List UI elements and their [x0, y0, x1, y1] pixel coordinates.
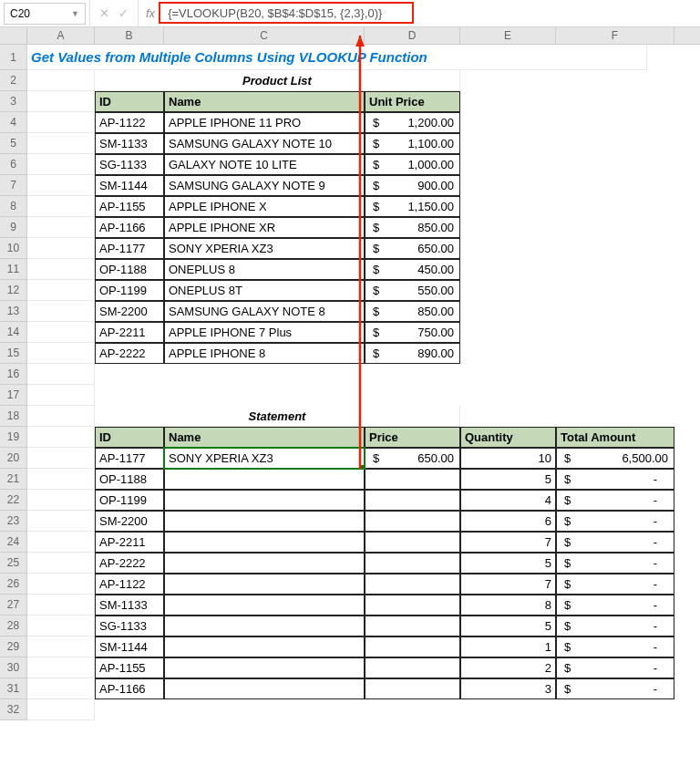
col-header-e[interactable]: E: [460, 27, 556, 44]
cell[interactable]: [27, 322, 95, 343]
cell-price[interactable]: [365, 469, 460, 490]
cell-qty[interactable]: 4: [460, 490, 556, 511]
cell-total[interactable]: $-: [556, 469, 674, 490]
cell[interactable]: [27, 91, 95, 112]
cell-price[interactable]: $1,100.00: [365, 133, 460, 154]
cell[interactable]: [27, 196, 95, 217]
cell[interactable]: [27, 469, 95, 490]
row-header[interactable]: 22: [0, 490, 27, 511]
cell-qty[interactable]: 5: [460, 469, 556, 490]
cell-name[interactable]: [164, 469, 365, 490]
cell-price[interactable]: $850.00: [365, 217, 460, 238]
col-header-d[interactable]: D: [365, 27, 460, 44]
row-header[interactable]: 12: [0, 280, 27, 301]
cell[interactable]: [27, 133, 95, 154]
cell-qty[interactable]: 2: [460, 657, 556, 678]
cell[interactable]: [27, 532, 95, 553]
cell-id[interactable]: AP-1177: [95, 448, 164, 469]
cell-id[interactable]: AP-1166: [95, 217, 164, 238]
cell-total[interactable]: $-: [556, 657, 674, 678]
row-header[interactable]: 29: [0, 636, 27, 657]
row-header[interactable]: 20: [0, 448, 27, 469]
cell[interactable]: [27, 385, 95, 406]
cell-id[interactable]: OP-1188: [95, 259, 164, 280]
cell-name[interactable]: ONEPLUS 8T: [164, 280, 365, 301]
cell-id[interactable]: AP-2211: [95, 532, 164, 553]
col-header-b[interactable]: B: [95, 27, 164, 44]
header-name[interactable]: Name: [164, 427, 365, 448]
cell[interactable]: [27, 112, 95, 133]
cell-price[interactable]: [365, 636, 460, 657]
cell[interactable]: [27, 595, 95, 616]
cell-id[interactable]: AP-2222: [95, 553, 164, 574]
row-header[interactable]: 19: [0, 427, 27, 448]
cell-price[interactable]: [365, 678, 460, 699]
cell-id[interactable]: AP-1155: [95, 196, 164, 217]
cell-price[interactable]: [365, 553, 460, 574]
sheet-body[interactable]: Get Values from Multiple Columns Using V…: [27, 45, 674, 720]
header-qty[interactable]: Quantity: [460, 427, 556, 448]
cell-price[interactable]: [365, 511, 460, 532]
cell-price[interactable]: $650.00: [365, 238, 460, 259]
cell-price[interactable]: $1,150.00: [365, 196, 460, 217]
col-header-f[interactable]: F: [556, 27, 674, 44]
cell-name[interactable]: SONY XPERIA XZ3: [164, 238, 365, 259]
cell[interactable]: [27, 301, 95, 322]
header-price[interactable]: Unit Price: [365, 91, 460, 112]
cell-name[interactable]: [164, 657, 365, 678]
row-header[interactable]: 4: [0, 112, 27, 133]
cell-total[interactable]: $-: [556, 574, 674, 595]
fill-handle[interactable]: [361, 465, 365, 469]
cell-price[interactable]: [365, 616, 460, 636]
cell-qty[interactable]: 1: [460, 636, 556, 657]
enter-icon[interactable]: ✓: [118, 6, 129, 20]
col-header-a[interactable]: A: [27, 27, 95, 44]
cell-total[interactable]: $6,500.00: [556, 448, 674, 469]
cell-total[interactable]: $-: [556, 595, 674, 616]
cell-price[interactable]: $450.00: [365, 259, 460, 280]
cell[interactable]: [27, 511, 95, 532]
cell[interactable]: [27, 553, 95, 574]
header-name[interactable]: Name: [164, 91, 365, 112]
cell[interactable]: [27, 616, 95, 636]
cell-name[interactable]: GALAXY NOTE 10 LITE: [164, 154, 365, 175]
row-header[interactable]: 21: [0, 469, 27, 490]
cell-name[interactable]: SAMSUNG GALAXY NOTE 9: [164, 175, 365, 196]
cell-name[interactable]: [164, 490, 365, 511]
cell-qty[interactable]: 10: [460, 448, 556, 469]
row-header[interactable]: 3: [0, 91, 27, 112]
cell[interactable]: [27, 217, 95, 238]
header-id[interactable]: ID: [95, 91, 164, 112]
cell-name[interactable]: APPLE IPHONE 11 PRO: [164, 112, 365, 133]
cell[interactable]: [27, 154, 95, 175]
cell-name[interactable]: [164, 532, 365, 553]
cell-total[interactable]: $-: [556, 532, 674, 553]
cell[interactable]: [27, 70, 95, 91]
cell-total[interactable]: $-: [556, 636, 674, 657]
cell[interactable]: [27, 636, 95, 657]
cell-name[interactable]: [164, 616, 365, 636]
cell-price[interactable]: $1,200.00: [365, 112, 460, 133]
cell-id[interactable]: SM-2200: [95, 301, 164, 322]
cell-id[interactable]: SM-1133: [95, 595, 164, 616]
cell-price[interactable]: $650.00: [365, 448, 460, 469]
cell[interactable]: [27, 238, 95, 259]
cell[interactable]: [27, 280, 95, 301]
cell-price[interactable]: [365, 490, 460, 511]
cell-price[interactable]: [365, 532, 460, 553]
cell-id[interactable]: AP-1122: [95, 574, 164, 595]
cell-name[interactable]: [164, 595, 365, 616]
cell-qty[interactable]: 7: [460, 574, 556, 595]
cell[interactable]: [27, 175, 95, 196]
row-header[interactable]: 25: [0, 553, 27, 574]
select-all-corner[interactable]: [0, 27, 27, 44]
row-header[interactable]: 31: [0, 678, 27, 699]
header-price[interactable]: Price: [365, 427, 460, 448]
cell-name[interactable]: SAMSUNG GALAXY NOTE 10: [164, 133, 365, 154]
cell-qty[interactable]: 8: [460, 595, 556, 616]
cell-id[interactable]: AP-2222: [95, 343, 164, 364]
cell-id[interactable]: OP-1199: [95, 490, 164, 511]
cell-name[interactable]: [164, 678, 365, 699]
row-header[interactable]: 2: [0, 70, 27, 91]
cell[interactable]: [27, 364, 95, 385]
